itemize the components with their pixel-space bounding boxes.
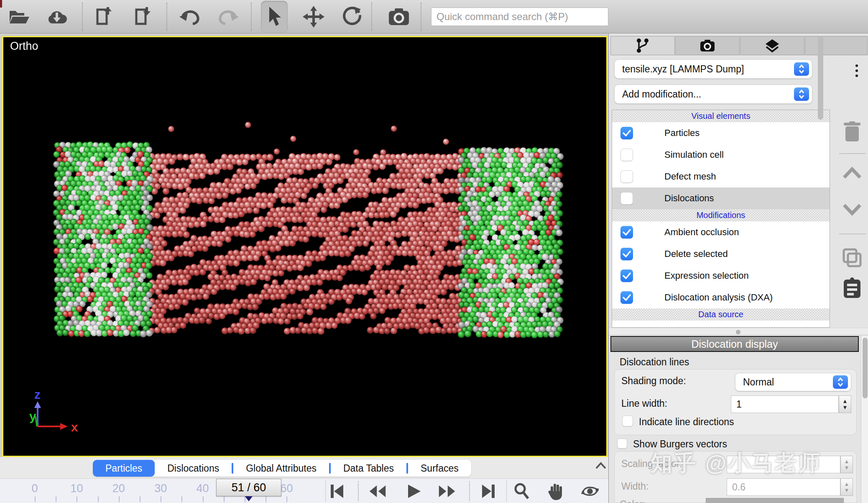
dislocation-lines-groupbox: Shading mode: Normal Line width: 1 ▲▼ In…: [614, 369, 857, 435]
fast-forward-icon: [438, 484, 456, 499]
skip-start-icon: [329, 484, 344, 499]
camera-icon: [388, 8, 410, 26]
pipeline-item-label: Expression selection: [664, 270, 749, 281]
inspector-tab-particles[interactable]: Particles: [93, 460, 155, 477]
orbit-mode-button[interactable]: [581, 483, 599, 500]
pipeline-item-delete-selected[interactable]: Delete selected: [612, 243, 830, 265]
file-export-icon: [94, 6, 114, 27]
checkbox-unchecked[interactable]: [620, 149, 633, 161]
rewind-button[interactable]: [369, 483, 386, 500]
pipeline-item-ambient-occlusion[interactable]: Ambient occlusion: [612, 221, 830, 243]
inspector-tab-data-tables[interactable]: Data Tables: [331, 460, 406, 477]
indicate-line-directions-checkbox[interactable]: [622, 416, 633, 426]
watermark: 知乎 @小马老师: [651, 449, 868, 478]
tab-render[interactable]: [675, 36, 740, 55]
zoom-mode-button[interactable]: [513, 483, 530, 500]
line-width-label: Line width:: [621, 398, 667, 409]
frame-tick: [77, 496, 77, 502]
inspector-tab-global-attributes[interactable]: Global Attributes: [233, 460, 329, 477]
timeline-separator: [325, 480, 326, 502]
undo-button[interactable]: [176, 3, 203, 30]
checkbox-checked[interactable]: [620, 226, 633, 239]
pipeline-item-particles[interactable]: Particles: [612, 122, 830, 144]
select-mode-button[interactable]: [261, 1, 288, 33]
properties-scrollbar[interactable]: [861, 336, 868, 503]
tab-pipeline[interactable]: [610, 36, 675, 55]
pipeline-source-selector[interactable]: tensile.xyz [LAMMPS Dump]: [614, 59, 812, 79]
quick-command-search-input[interactable]: [431, 8, 608, 26]
frame-marker[interactable]: [245, 496, 253, 501]
current-frame-spinner[interactable]: 51 / 60: [216, 479, 281, 496]
pipeline-list-scrollbar[interactable]: [818, 36, 823, 120]
rotate-mode-button[interactable]: [339, 3, 365, 30]
redo-button[interactable]: [215, 3, 242, 30]
pipeline-item-simulation-cell[interactable]: Simulation cell: [612, 144, 830, 166]
export-file-button[interactable]: [91, 3, 117, 30]
timeline[interactable]: 01020304060 51 / 60: [0, 478, 608, 503]
skip-to-start-button[interactable]: [328, 483, 345, 500]
frame-tick: [35, 496, 36, 502]
burgers-color-swatch[interactable]: [706, 498, 844, 503]
checkbox-checked[interactable]: [620, 269, 633, 282]
color-label: Color:: [620, 499, 645, 503]
tab-extra[interactable]: [805, 36, 868, 55]
frame-tick-label: 10: [70, 482, 83, 495]
frame-tick: [56, 496, 56, 502]
add-modification-dropdown[interactable]: Add modification...: [614, 85, 812, 104]
checkbox-unchecked[interactable]: [620, 192, 633, 205]
chevron-down-icon: [842, 203, 862, 216]
cloud-download-icon: [46, 8, 68, 26]
inspector-tab-dislocations[interactable]: Dislocations: [155, 460, 232, 477]
line-width-stepper[interactable]: ▲▼: [839, 395, 851, 413]
play-button[interactable]: [406, 483, 423, 500]
move-modifier-down-button[interactable]: [839, 203, 865, 216]
pipeline-item-dislocation-analysis-dxa-[interactable]: Dislocation analysis (DXA): [612, 287, 830, 308]
show-burgers-vectors-checkbox[interactable]: [617, 439, 627, 449]
clipboard-button[interactable]: [839, 277, 865, 299]
remote-import-button[interactable]: [43, 3, 70, 30]
copy-icon: [842, 248, 862, 268]
axis-x-label: x: [71, 420, 78, 434]
pipeline-item-label: Ambient occlusion: [664, 227, 739, 238]
timeline-separator: [506, 480, 507, 502]
delete-modifier-button[interactable]: [839, 121, 865, 142]
checkbox-unchecked[interactable]: [620, 170, 633, 183]
pipeline-item-defect-mesh[interactable]: Defect mesh: [612, 166, 830, 187]
checkbox-checked[interactable]: [620, 248, 633, 260]
pan-mode-button[interactable]: [547, 483, 564, 500]
import-file-button[interactable]: [130, 3, 156, 30]
render-image-button[interactable]: [385, 3, 412, 30]
copy-pipeline-button[interactable]: [839, 248, 865, 268]
pipeline-item-dislocations[interactable]: Dislocations: [612, 187, 830, 209]
side-toolbar-separator: [840, 234, 865, 234]
checkbox-checked[interactable]: [620, 127, 633, 139]
shading-mode-dropdown[interactable]: Normal: [735, 373, 851, 391]
frame-tick: [140, 496, 140, 502]
pipeline-item-expression-selection[interactable]: Expression selection: [612, 265, 830, 287]
rollout-header[interactable]: Dislocation display: [610, 336, 859, 352]
skip-to-end-button[interactable]: [480, 483, 498, 500]
pipeline-menu-button[interactable]: [853, 61, 861, 80]
inspector-tab-surfaces[interactable]: Surfaces: [408, 460, 471, 477]
width-input[interactable]: 0.6: [727, 478, 840, 496]
tab-overlays[interactable]: [740, 36, 804, 55]
collapse-inspector-button[interactable]: [595, 461, 607, 472]
indicate-line-directions-label: Indicate line directions: [639, 416, 734, 428]
fast-forward-button[interactable]: [438, 483, 456, 500]
pipeline-branch-icon: [636, 38, 650, 54]
open-file-button[interactable]: [6, 3, 33, 30]
chevron-up-icon: [595, 461, 607, 470]
viewport[interactable]: Ortho z y x: [2, 36, 608, 457]
viewport-projection-label[interactable]: Ortho: [10, 40, 38, 53]
move-mode-button[interactable]: [300, 3, 327, 30]
toolbar-separator: [166, 3, 167, 31]
move-modifier-up-button[interactable]: [839, 167, 865, 179]
width-stepper[interactable]: ▲▼: [840, 478, 853, 496]
frame-tick: [119, 496, 120, 502]
main-toolbar: [0, 0, 868, 33]
line-width-input[interactable]: 1: [731, 395, 839, 413]
panel-splitter[interactable]: [609, 328, 868, 335]
checkbox-checked[interactable]: [620, 291, 633, 304]
splitter-handle-dot: [736, 330, 740, 334]
camera-icon: [700, 39, 715, 52]
